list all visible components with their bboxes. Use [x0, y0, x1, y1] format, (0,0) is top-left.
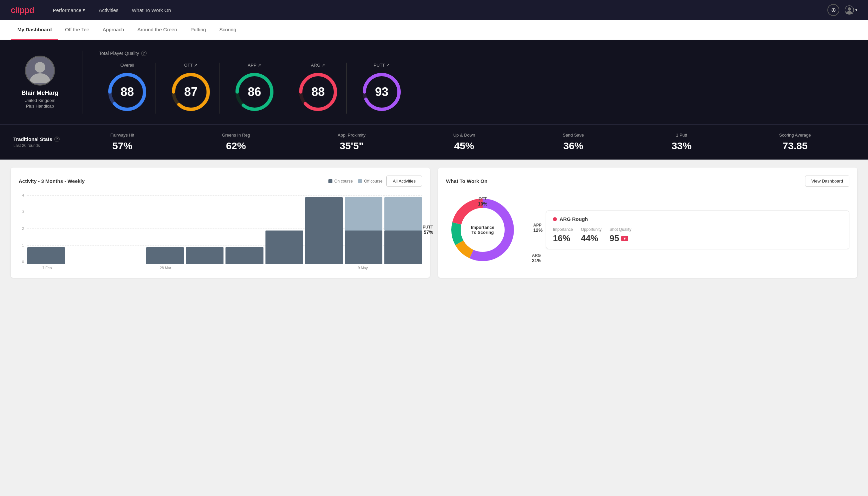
all-activities-button[interactable]: All Activities: [386, 175, 422, 187]
subnav-around-green[interactable]: Around the Green: [130, 20, 184, 40]
work-card: What To Work On View Dashboard: [438, 168, 857, 278]
top-nav: clippd Performance ▾ Activities What To …: [0, 0, 868, 20]
chart-label-6: [264, 266, 304, 270]
gauge-label-3: ARG ↗: [311, 63, 326, 68]
activity-title: Activity - 3 Months - Weekly: [19, 178, 325, 184]
user-menu-button[interactable]: ▾: [845, 4, 857, 16]
stat-name-4: Sand Save: [563, 133, 584, 138]
player-name: Blair McHarg: [21, 90, 58, 97]
stat-name-3: Up & Down: [453, 133, 475, 138]
gauge-circle-0: 88: [106, 70, 149, 113]
gauge-ott: OTT ↗ 87: [162, 63, 220, 113]
info-box-title: ARG Rough: [553, 216, 842, 222]
gauge-value-0: 88: [121, 85, 134, 99]
legend-oncourse-dot: [328, 179, 332, 183]
gauge-overall: Overall 88: [99, 63, 156, 113]
chart-label-8: 9 May: [343, 266, 383, 270]
nav-performance[interactable]: Performance ▾: [53, 7, 85, 13]
chart-label-4: [185, 266, 225, 270]
gauge-value-3: 88: [312, 85, 325, 99]
legend-offcourse: Off course: [358, 179, 382, 184]
stat-name-0: Fairways Hit: [111, 133, 135, 138]
bar-offcourse-9: [384, 197, 422, 231]
subnav-off-the-tee[interactable]: Off the Tee: [58, 20, 96, 40]
chart-label-7: [304, 266, 343, 270]
info-metric-value-0: 16%: [553, 233, 573, 244]
info-metric-value-1: 44%: [581, 233, 601, 244]
player-card: Blair McHarg United Kingdom Plus Handica…: [13, 56, 67, 109]
gauge-circle-2: 86: [233, 70, 276, 113]
bar-oncourse-3: [146, 247, 184, 264]
info-metrics: Importance 16% Opportunity 44% Shot Qual…: [553, 227, 842, 244]
gauge-circle-4: 93: [360, 70, 404, 113]
stat-value-1: 62%: [222, 140, 250, 152]
main-content: Activity - 3 Months - Weekly On course O…: [0, 159, 868, 286]
gauge-label-2: APP ↗: [248, 63, 261, 68]
stats-section: Traditional Stats ? Last 20 rounds Fairw…: [0, 124, 868, 159]
bar-group-9: [384, 193, 422, 264]
stats-label: Traditional Stats ? Last 20 rounds: [13, 136, 67, 148]
bar-group-8: [345, 193, 382, 264]
bar-oncourse-4: [186, 247, 223, 264]
bar-offcourse-8: [345, 197, 382, 231]
gauge-value-4: 93: [375, 85, 388, 99]
stats-subtitle: Last 20 rounds: [13, 143, 67, 148]
info-box: ARG Rough Importance 16% Opportunity 44%…: [546, 211, 849, 249]
work-card-inner: Importance To Scoring PUTT 57% OTT 10% A…: [446, 193, 849, 266]
stat-value-5: 33%: [672, 140, 692, 152]
stat-item-5: 1 Putt 33%: [672, 133, 692, 152]
activity-card-header: Activity - 3 Months - Weekly On course O…: [19, 175, 422, 187]
user-icon: [845, 5, 854, 15]
player-country: United Kingdom: [25, 98, 56, 103]
sub-nav: My Dashboard Off the Tee Approach Around…: [0, 20, 868, 40]
stats-title: Traditional Stats ?: [13, 136, 67, 142]
player-handicap: Plus Handicap: [26, 104, 54, 109]
stat-item-0: Fairways Hit 57%: [111, 133, 135, 152]
stat-value-2: 35'5": [338, 140, 366, 152]
stat-name-6: Scoring Average: [779, 133, 811, 138]
gauge-circle-3: 88: [297, 70, 340, 113]
subnav-approach[interactable]: Approach: [96, 20, 130, 40]
gauge-putt: PUTT ↗ 93: [353, 63, 410, 113]
quality-title: Total Player Quality ?: [99, 51, 855, 56]
gauge-label-1: OTT ↗: [184, 63, 198, 68]
hero-section: Blair McHarg United Kingdom Plus Handica…: [0, 40, 868, 124]
gauge-value-2: 86: [248, 85, 261, 99]
bar-group-1: [67, 193, 105, 264]
nav-what-to-work-on[interactable]: What To Work On: [132, 7, 171, 13]
bar-group-0: [27, 193, 65, 264]
stat-value-4: 36%: [563, 140, 584, 152]
bar-group-6: [266, 193, 303, 264]
bars-container: [27, 193, 422, 264]
view-dashboard-button[interactable]: View Dashboard: [805, 175, 849, 187]
svg-point-3: [35, 62, 45, 73]
help-icon[interactable]: ?: [141, 51, 146, 56]
quality-section: Total Player Quality ? Overall 88 OTT ↗ …: [99, 51, 855, 113]
bar-group-5: [225, 193, 263, 264]
donut-label-arg: ARG 21%: [532, 253, 541, 263]
add-button[interactable]: ⊕: [827, 4, 839, 16]
stat-item-1: Greens In Reg 62%: [222, 133, 250, 152]
stats-help-icon[interactable]: ?: [54, 137, 60, 142]
gauge-app: APP ↗ 86: [226, 63, 283, 113]
info-metric-1: Opportunity 44%: [581, 227, 601, 244]
nav-activities[interactable]: Activities: [99, 7, 118, 13]
info-metric-label-0: Importance: [553, 227, 573, 232]
info-metric-label-1: Opportunity: [581, 227, 601, 232]
stat-value-6: 73.85: [779, 140, 811, 152]
subnav-my-dashboard[interactable]: My Dashboard: [11, 20, 58, 40]
legend-oncourse: On course: [328, 179, 353, 184]
avatar: [25, 56, 55, 86]
bar-oncourse-9: [384, 231, 422, 264]
donut-chart: Importance To Scoring PUTT 57% OTT 10% A…: [446, 193, 519, 266]
subnav-putting[interactable]: Putting: [184, 20, 213, 40]
bar-oncourse-5: [225, 247, 263, 264]
bar-oncourse-6: [266, 231, 303, 264]
bar-group-2: [107, 193, 144, 264]
donut-center: Importance To Scoring: [471, 225, 494, 235]
subnav-scoring[interactable]: Scoring: [212, 20, 243, 40]
info-dot: [553, 217, 557, 221]
work-card-header: What To Work On View Dashboard: [446, 175, 849, 187]
stat-item-6: Scoring Average 73.85: [779, 133, 811, 152]
chart-labels: 7 Feb28 Mar9 May: [19, 266, 422, 270]
